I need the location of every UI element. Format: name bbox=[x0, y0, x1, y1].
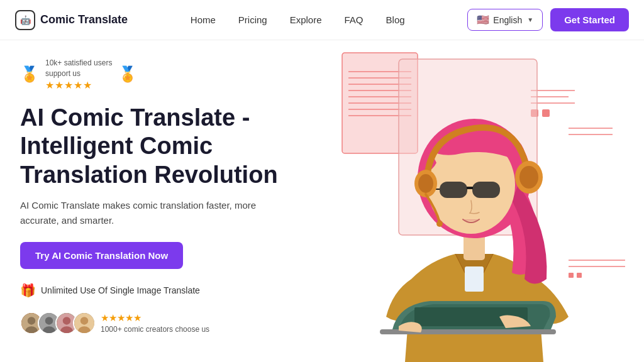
hero-left: 🏅 10k+ satisfied users support us ★★★★★ … bbox=[0, 40, 314, 362]
nav-home[interactable]: Home bbox=[191, 14, 216, 25]
main-nav: Home Pricing Explore FAQ Blog bbox=[191, 14, 405, 25]
svg-point-7 bbox=[63, 317, 70, 325]
user-review: ★★★★★ 1000+ comic creators choose us bbox=[101, 312, 209, 334]
svg-rect-31 bbox=[569, 273, 574, 278]
svg-rect-36 bbox=[465, 266, 484, 292]
nav-faq[interactable]: FAQ bbox=[345, 14, 364, 25]
svg-rect-26 bbox=[542, 109, 550, 117]
svg-point-4 bbox=[45, 317, 53, 325]
hero-illustration bbox=[314, 40, 644, 362]
logo-text: Comic Translate bbox=[40, 13, 128, 26]
logo-icon: 🤖 bbox=[15, 10, 35, 30]
nav-blog[interactable]: Blog bbox=[386, 14, 405, 25]
lang-flag: 🇺🇸 bbox=[477, 14, 489, 26]
social-proof-text2: support us bbox=[45, 69, 112, 79]
avatar-4 bbox=[73, 312, 96, 334]
social-proof: 🏅 10k+ satisfied users support us ★★★★★ … bbox=[20, 58, 294, 91]
review-text: 1000+ comic creators choose us bbox=[101, 325, 209, 334]
get-started-button[interactable]: Get Started bbox=[550, 8, 629, 31]
social-proof-stars: ★★★★★ bbox=[45, 79, 112, 91]
feature-badge: 🎁 Unlimited Use Of Single Image Translat… bbox=[20, 283, 294, 298]
cta-button[interactable]: Try AI Comic Translation Now bbox=[20, 242, 183, 269]
hero-description: AI Comic Translate makes comic translati… bbox=[20, 198, 272, 228]
svg-rect-45 bbox=[467, 187, 473, 189]
chevron-down-icon: ▼ bbox=[527, 16, 533, 23]
svg-point-10 bbox=[80, 317, 88, 325]
user-avatars: ★★★★★ 1000+ comic creators choose us bbox=[20, 312, 294, 334]
svg-point-51 bbox=[436, 221, 443, 227]
social-proof-text1: 10k+ satisfied users bbox=[45, 58, 112, 69]
lang-label: English bbox=[493, 15, 522, 25]
logo[interactable]: 🤖 Comic Translate bbox=[15, 10, 128, 30]
laurel-left-icon: 🏅 bbox=[20, 65, 39, 83]
svg-point-1 bbox=[28, 317, 35, 325]
gift-icon: 🎁 bbox=[20, 283, 36, 298]
nav-pricing[interactable]: Pricing bbox=[238, 14, 267, 25]
svg-rect-32 bbox=[577, 273, 582, 278]
illustration-svg bbox=[304, 40, 644, 362]
language-selector[interactable]: 🇺🇸 English ▼ bbox=[467, 9, 543, 31]
laurel-right-icon: 🏅 bbox=[118, 65, 137, 83]
review-stars: ★★★★★ bbox=[101, 312, 209, 324]
header-right: 🇺🇸 English ▼ Get Started bbox=[467, 8, 629, 31]
svg-rect-44 bbox=[472, 182, 500, 198]
svg-point-48 bbox=[418, 174, 433, 193]
avatar-group bbox=[20, 312, 91, 334]
svg-point-50 bbox=[519, 166, 538, 189]
feature-text: Unlimited Use Of Single Image Translate bbox=[41, 285, 200, 295]
nav-explore[interactable]: Explore bbox=[290, 14, 322, 25]
svg-rect-43 bbox=[440, 182, 467, 198]
hero-title: AI Comic Translate - Intelligent Comic T… bbox=[20, 104, 294, 190]
